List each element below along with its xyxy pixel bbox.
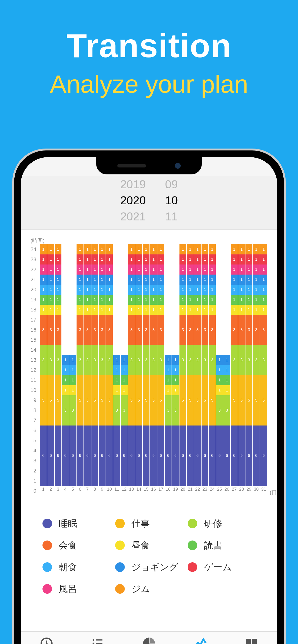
segment: 1 [69, 355, 76, 365]
picker-prev-month[interactable]: 09 [165, 176, 178, 192]
segment: 1 [106, 295, 113, 305]
segment: 1 [150, 295, 157, 305]
bar-day-23: 65331111111 [202, 244, 209, 486]
segment: 1 [194, 244, 201, 254]
segment: 6 [99, 426, 106, 486]
segment: 3 [216, 395, 223, 426]
segment: 1 [84, 274, 91, 284]
segment: 1 [99, 244, 106, 254]
segment: 1 [99, 295, 106, 305]
segment: 1 [216, 365, 223, 375]
bar-day-29: 65331111111 [245, 244, 252, 486]
picker-next-month[interactable]: 11 [165, 208, 178, 224]
segment: 1 [128, 244, 135, 254]
segment: 3 [150, 345, 157, 375]
segment: 1 [40, 254, 47, 264]
segment: 5 [231, 375, 238, 426]
segment: 3 [91, 345, 98, 375]
legend-label: 睡眠 [59, 518, 77, 530]
segment: 1 [69, 385, 76, 395]
segment: 1 [91, 264, 98, 274]
segment: 1 [91, 274, 98, 284]
segment: 1 [135, 305, 142, 315]
segment: 1 [99, 264, 106, 274]
bar-day-28: 65331111111 [238, 244, 245, 486]
bar-day-3: 65331111111 [55, 244, 62, 486]
segment: 6 [47, 426, 54, 486]
promo-title: Transition [0, 26, 298, 65]
segment: 3 [202, 345, 209, 375]
segment: 1 [135, 274, 142, 284]
segment: 1 [62, 385, 69, 395]
segment: 1 [194, 305, 201, 315]
segment: 6 [55, 426, 62, 486]
bar-day-2: 65331111111 [47, 244, 54, 486]
bars-container: 6533111111165331111111653311111116311116… [39, 244, 267, 486]
segment: 1 [47, 244, 54, 254]
segment: 3 [187, 315, 194, 345]
tab-pie[interactable]: 合計 [123, 636, 175, 644]
bar-day-16: 65331111111 [150, 244, 157, 486]
segment: 1 [209, 284, 216, 295]
segment: 6 [40, 426, 47, 486]
legend-dot [43, 584, 52, 594]
picker-sel-month[interactable]: 10 [165, 192, 178, 208]
segment: 3 [253, 315, 260, 345]
picker-next-year[interactable]: 2021 [120, 208, 146, 224]
segment: 3 [47, 345, 54, 375]
tab-clock[interactable]: 予定 [21, 636, 72, 644]
segment: 1 [202, 264, 209, 274]
segment: 1 [260, 305, 267, 315]
segment: 1 [150, 264, 157, 274]
segment: 1 [202, 254, 209, 264]
segment: 3 [69, 395, 76, 426]
segment: 1 [55, 274, 62, 284]
segment: 3 [238, 345, 245, 375]
segment: 1 [135, 244, 142, 254]
segment: 1 [194, 254, 201, 264]
segment: 3 [143, 315, 150, 345]
picker-sel-year[interactable]: 2020 [120, 192, 146, 208]
segment: 1 [260, 274, 267, 284]
clock-icon [39, 636, 54, 644]
picker-prev-year[interactable]: 2019 [120, 176, 146, 192]
bar-day-30: 65331111111 [253, 244, 260, 486]
legend-dot [115, 519, 125, 528]
segment: 5 [91, 375, 98, 426]
segment: 3 [99, 315, 106, 345]
segment: 1 [253, 244, 260, 254]
legend-item: ジム [115, 583, 183, 595]
segment: 1 [143, 305, 150, 315]
segment: 1 [238, 284, 245, 295]
date-picker[interactable]: 201909 202010 202111 [21, 176, 277, 230]
segment: 3 [150, 315, 157, 345]
segment: 1 [231, 264, 238, 274]
segment: 1 [40, 264, 47, 274]
bar-day-17: 65331111111 [158, 244, 164, 486]
segment: 1 [158, 295, 164, 305]
legend-dot [115, 540, 125, 550]
tab-book[interactable]: 目標・日記 [226, 636, 277, 644]
segment: 3 [55, 345, 62, 375]
segment: 5 [238, 375, 245, 426]
segment: 1 [91, 254, 98, 264]
segment: 1 [77, 295, 83, 305]
pie-icon [142, 636, 156, 644]
segment: 1 [84, 295, 91, 305]
segment: 1 [187, 305, 194, 315]
segment: 1 [165, 355, 172, 365]
tab-line[interactable]: 推移 [175, 636, 226, 644]
segment: 3 [165, 395, 172, 426]
segment: 1 [55, 284, 62, 295]
chart-content: (時間) 01234567891011121314151617181920212… [21, 230, 277, 631]
segment: 6 [77, 426, 83, 486]
tab-list[interactable]: 一覧 [72, 636, 123, 644]
segment: 1 [223, 355, 230, 365]
segment: 6 [238, 426, 245, 486]
segment: 3 [47, 315, 54, 345]
segment: 1 [238, 274, 245, 284]
segment: 3 [158, 315, 164, 345]
segment: 3 [128, 315, 135, 345]
segment: 3 [260, 315, 267, 345]
bar-day-10: 65331111111 [106, 244, 113, 486]
